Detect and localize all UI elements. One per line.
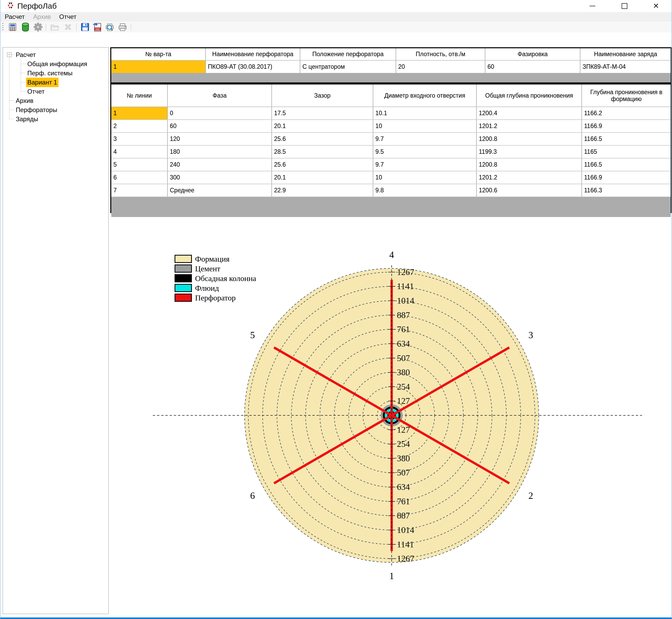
menu-raschet[interactable]: Расчет (1, 12, 29, 21)
tree-item-перф-системы[interactable]: Перф. системы (26, 68, 74, 78)
lines-row-4-cell-0[interactable]: 5 (111, 158, 168, 171)
settings-gear-icon[interactable] (33, 22, 43, 32)
variant-row-0: 1ПКО89-АТ (30.08.2017)С центратором2060З… (111, 61, 671, 73)
lines-row-5-cell-4[interactable]: 1201.2 (477, 171, 582, 184)
lines-row-5-cell-1[interactable]: 300 (168, 171, 272, 184)
variant-header: № вар-таНаименование перфоратораПоложени… (111, 48, 671, 61)
tree-item-архив[interactable]: Архив (14, 96, 35, 106)
variant-row-0-cell-4[interactable]: 60 (485, 61, 581, 73)
lines-row-3-cell-4[interactable]: 1199.3 (477, 146, 582, 158)
lines-row-6-cell-0[interactable]: 7 (111, 184, 168, 197)
menu-bar: РасчетАрхивОтчет (1, 12, 671, 21)
close-button[interactable]: ✕ (648, 0, 664, 12)
gray-filler (111, 73, 671, 82)
menu-otchet[interactable]: Отчет (55, 12, 81, 21)
pdf-glyph: PDF (93, 22, 102, 32)
lines-row-3-cell-2[interactable]: 28.5 (272, 146, 373, 158)
open-folder-icon[interactable] (50, 22, 60, 32)
lines-row-0-cell-3[interactable]: 10.1 (373, 107, 477, 119)
toolbar-grip[interactable] (2, 23, 3, 31)
lines-row-3-cell-0[interactable]: 4 (111, 146, 168, 158)
tree-row-6: Перфораторы (3, 105, 109, 114)
lines-row-4-cell-5[interactable]: 1166.5 (582, 158, 671, 171)
radial-tick-label-1141: 1141 (397, 282, 414, 291)
lines-row-2-cell-1[interactable]: 120 (168, 133, 272, 145)
export-pdf-icon[interactable]: PDF (92, 22, 103, 32)
print-preview-glyph (105, 22, 115, 31)
lines-row-6-cell-2[interactable]: 22.9 (272, 184, 373, 197)
lines-row-2-cell-2[interactable]: 25.6 (272, 133, 373, 145)
radial-tick-label-634: 634 (397, 482, 410, 492)
radial-tick-label-634: 634 (397, 339, 410, 348)
lines-row-6-cell-1[interactable]: Среднее (168, 184, 272, 197)
calculator-icon[interactable] (8, 22, 18, 32)
lines-row-2-cell-4[interactable]: 1200.8 (477, 133, 582, 145)
lines-header-text-2: Зазор (314, 92, 331, 99)
lines-row-5-cell-0[interactable]: 6 (111, 171, 168, 184)
lines-row-3-cell-5[interactable]: 1165 (582, 146, 671, 158)
tree-item-заряды[interactable]: Заряды (14, 115, 40, 124)
database-icon[interactable] (20, 22, 30, 32)
app-logo-icon (6, 2, 15, 10)
lines-row-0-cell-5[interactable]: 1166.2 (582, 107, 671, 119)
lines-row-5-text-1: 300 (170, 174, 180, 181)
lines-row-4-cell-2[interactable]: 25.6 (272, 158, 373, 171)
tree-item-отчет[interactable]: Отчет (26, 87, 46, 96)
variant-header-cell-1: Наименование перфоратора (206, 48, 300, 60)
lines-row-6-cell-5[interactable]: 1166.3 (582, 184, 671, 197)
lines-row-6-cell-4[interactable]: 1200.6 (477, 184, 582, 197)
variant-row-0-cell-5[interactable]: ЗПК89-АТ-М-04 (581, 61, 671, 73)
variant-row-0-cell-3[interactable]: 20 (396, 61, 485, 73)
tree-item-перфораторы[interactable]: Перфораторы (14, 105, 59, 115)
lines-row-0-cell-0[interactable]: 1 (111, 107, 168, 119)
tree-item-общая-информация[interactable]: Общая информация (26, 59, 88, 69)
lines-row-1-cell-4[interactable]: 1201.2 (477, 120, 582, 132)
lines-header-text-0: № линии (127, 92, 152, 99)
variant-row-0-cell-0[interactable]: 1 (111, 61, 206, 73)
lines-row-0-text-5: 1166.2 (584, 110, 602, 117)
tree-expander[interactable]: − (7, 53, 11, 57)
lines-row-2-cell-3[interactable]: 9.7 (373, 133, 477, 145)
maximize-button[interactable] (616, 0, 632, 12)
lines-row-4-text-4: 1200.8 (479, 161, 497, 168)
radial-tick-label-380: 380 (397, 368, 410, 377)
lines-row-3-cell-1[interactable]: 180 (168, 146, 272, 158)
variant-row-0-cell-1[interactable]: ПКО89-АТ (30.08.2017) (206, 61, 300, 73)
print-preview-icon[interactable] (105, 22, 115, 32)
lines-row-1-cell-0[interactable]: 2 (111, 120, 168, 132)
menu-arhiv[interactable]: Архив (29, 12, 55, 21)
lines-row-5-cell-5[interactable]: 1166.9 (582, 171, 671, 184)
lines-header-text-1: Фаза (213, 92, 226, 99)
save-floppy-icon[interactable] (80, 22, 90, 32)
lines-row-3-cell-3[interactable]: 9.5 (373, 146, 477, 158)
variant-header-cell-0: № вар-та (111, 48, 206, 60)
line-number-label-1: 1 (389, 571, 394, 581)
lines-row-2-cell-0[interactable]: 3 (111, 133, 168, 145)
lines-row-4-cell-3[interactable]: 9.7 (373, 158, 477, 171)
variant-row-0-cell-2[interactable]: С центратором (300, 61, 396, 73)
lines-row-2-text-3: 9.7 (376, 135, 384, 142)
lines-row-0-cell-2[interactable]: 17.5 (272, 107, 373, 119)
lines-row-1-cell-5[interactable]: 1166.9 (582, 120, 671, 132)
lines-row-4-cell-1[interactable]: 240 (168, 158, 272, 171)
tree-row-2: Перф. системы (3, 68, 109, 77)
tables-panel: № вар-таНаименование перфоратораПоложени… (110, 47, 672, 213)
lines-row-4-cell-4[interactable]: 1200.8 (477, 158, 582, 171)
delete-cross-icon[interactable] (63, 22, 73, 32)
lines-row-2-cell-5[interactable]: 1166.5 (582, 133, 671, 145)
tree-item-расчет[interactable]: Расчет (14, 50, 37, 60)
lines-row-1-cell-1[interactable]: 60 (168, 120, 272, 132)
lines-row-5-cell-3[interactable]: 10 (373, 171, 477, 184)
lines-row-6-cell-3[interactable]: 9.8 (373, 184, 477, 197)
tree-item-вариант-1[interactable]: Вариант 1 (26, 78, 59, 87)
lines-row-0-cell-4[interactable]: 1200.4 (477, 107, 582, 119)
lines-row-1-cell-2[interactable]: 20.1 (272, 120, 373, 132)
lines-row-5-cell-2[interactable]: 20.1 (272, 171, 373, 184)
lines-row-2-text-5: 1166.5 (584, 135, 602, 142)
lines-row-0-cell-1[interactable]: 0 (168, 107, 272, 119)
printer-icon[interactable] (118, 22, 128, 32)
title-bar: ПерфоЛаб ✕ (1, 0, 671, 12)
lines-row-1-cell-3[interactable]: 10 (373, 120, 477, 132)
tree-row-1: Общая информация (3, 59, 109, 68)
minimize-button[interactable] (584, 0, 601, 12)
